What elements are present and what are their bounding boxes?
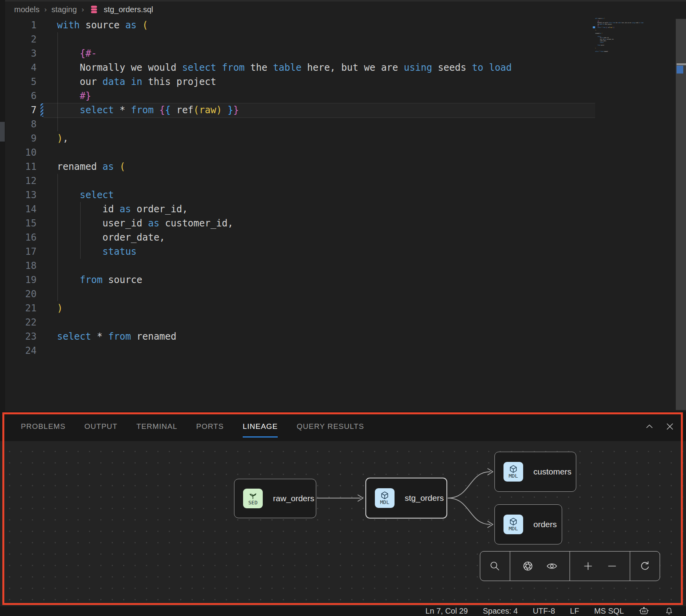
line-number-2: 2 — [5, 32, 37, 46]
badge-label: MDL — [509, 473, 518, 479]
lineage-node-stg_orders[interactable]: MDLstg_orders — [365, 478, 447, 519]
line-number-24: 24 — [5, 344, 37, 358]
line-number-15: 15 — [5, 216, 37, 230]
refresh-icon[interactable] — [639, 560, 651, 572]
minimap[interactable]: with source as ( {#- Normally we would s… — [595, 18, 676, 77]
badge-label: SED — [248, 500, 257, 506]
breadcrumb-file[interactable]: stg_orders.sql — [104, 5, 153, 14]
status-item-ms-sql[interactable]: MS SQL — [594, 607, 624, 616]
node-label: customers — [533, 467, 572, 476]
database-icon — [89, 4, 99, 15]
status-item-utf-8[interactable]: UTF-8 — [533, 607, 555, 616]
lineage-node-raw_orders[interactable]: SEDraw_orders — [234, 479, 316, 518]
seed-sprout-icon — [249, 491, 257, 500]
tab-ports[interactable]: PORTS — [196, 422, 224, 431]
line-number-7: 7 — [5, 103, 37, 117]
collapse-chevron-icon[interactable] — [644, 421, 655, 432]
model-cube-icon — [380, 491, 389, 500]
lineage-canvas[interactable] — [0, 441, 686, 606]
line-number-13: 13 — [5, 188, 37, 202]
search-icon[interactable] — [489, 560, 501, 572]
badge-label: MDL — [509, 526, 518, 531]
line-number-12: 12 — [5, 174, 37, 188]
code-line-2 — [57, 32, 512, 46]
code-line-15: user_id as customer_id, — [57, 216, 512, 230]
code-line-6: #} — [57, 89, 512, 103]
chevron-right-icon: › — [44, 5, 46, 14]
line-number-4: 4 — [5, 61, 37, 75]
code-line-12 — [57, 174, 512, 188]
minimap-modified-marker — [593, 26, 595, 28]
side-scroll-thumb[interactable] — [0, 122, 5, 142]
lineage-node-orders[interactable]: MDLorders — [494, 504, 562, 544]
code-line-7: select * from {{ ref(raw) }} — [57, 103, 512, 117]
code-line-8 — [57, 117, 512, 131]
line-number-21: 21 — [5, 301, 37, 315]
tab-lineage[interactable]: LINEAGE — [243, 422, 278, 431]
code-line-18 — [57, 259, 512, 273]
aperture-icon[interactable] — [522, 560, 534, 572]
tab-output[interactable]: OUTPUT — [85, 422, 118, 431]
model-cube-icon — [509, 465, 518, 473]
tab-terminal[interactable]: TERMINAL — [136, 422, 177, 431]
line-number-5: 5 — [5, 75, 37, 89]
code-line-16: order_date, — [57, 230, 512, 245]
panel-tabs: PROBLEMSOUTPUTTERMINALPORTSLINEAGEQUERY … — [21, 412, 364, 441]
zoom-in-icon[interactable] — [582, 560, 594, 572]
lineage-toolbar — [480, 551, 660, 581]
line-number-14: 14 — [5, 202, 37, 216]
zoom-out-icon[interactable] — [606, 560, 618, 572]
line-number-16: 16 — [5, 230, 37, 245]
line-number-9: 9 — [5, 131, 37, 145]
code-line-23: select * from renamed — [57, 329, 512, 344]
node-label: orders — [533, 520, 557, 529]
panel-header: PROBLEMSOUTPUTTERMINALPORTSLINEAGEQUERY … — [0, 412, 686, 441]
code-line-9: ), — [57, 131, 512, 145]
code-line-17: status — [57, 245, 512, 259]
tab-bar-edge — [5, 0, 686, 2]
model-cube-icon — [509, 517, 518, 526]
node-label: stg_orders — [405, 493, 444, 503]
overview-modified-marker — [677, 66, 683, 74]
line-number-23: 23 — [5, 329, 37, 344]
model-badge: MDL — [503, 462, 523, 482]
bell-icon[interactable] — [664, 607, 674, 616]
eye-icon[interactable] — [546, 560, 558, 572]
breadcrumb-item-models[interactable]: models — [14, 5, 39, 14]
tab-problems[interactable]: PROBLEMS — [21, 422, 66, 431]
editor-scrollbar[interactable] — [676, 19, 686, 410]
model-badge: MDL — [375, 488, 395, 508]
badge-label: MDL — [380, 499, 389, 505]
line-number-11: 11 — [5, 160, 37, 174]
chevron-right-icon: › — [81, 5, 84, 14]
code-line-24 — [57, 344, 512, 358]
line-number-1: 1 — [5, 18, 37, 32]
modified-line-marker — [41, 103, 43, 117]
line-number-10: 10 — [5, 145, 37, 160]
code-content[interactable]: with source as ( {#- Normally we would s… — [57, 18, 512, 358]
model-badge: MDL — [503, 515, 523, 534]
code-line-19: from source — [57, 273, 512, 287]
status-item-lf[interactable]: LF — [570, 607, 579, 616]
code-line-4: Normally we would select from the table … — [57, 61, 512, 75]
code-line-14: id as order_id, — [57, 202, 512, 216]
line-number-8: 8 — [5, 117, 37, 131]
status-item-ln-7-col-29[interactable]: Ln 7, Col 29 — [426, 607, 468, 616]
close-icon[interactable] — [664, 421, 675, 432]
breadcrumb-item-staging[interactable]: staging — [52, 5, 77, 14]
node-label: raw_orders — [273, 494, 314, 503]
code-line-24 — [595, 52, 676, 54]
line-number-22: 22 — [5, 315, 37, 329]
line-number-3: 3 — [5, 46, 37, 61]
lineage-node-customers[interactable]: MDLcustomers — [494, 452, 576, 492]
copilot-robot-icon[interactable] — [639, 607, 649, 616]
code-line-3: {#- — [57, 46, 512, 61]
line-number-17: 17 — [5, 245, 37, 259]
tab-query-results[interactable]: QUERY RESULTS — [297, 422, 364, 431]
code-line-22 — [57, 315, 512, 329]
code-line-10 — [57, 145, 512, 160]
status-item-spaces-4[interactable]: Spaces: 4 — [483, 607, 518, 616]
line-number-gutter: 123456789101112131415161718192021222324 — [5, 18, 37, 358]
breadcrumb: models › staging › stg_orders.sql — [14, 4, 153, 15]
code-line-20 — [57, 287, 512, 301]
